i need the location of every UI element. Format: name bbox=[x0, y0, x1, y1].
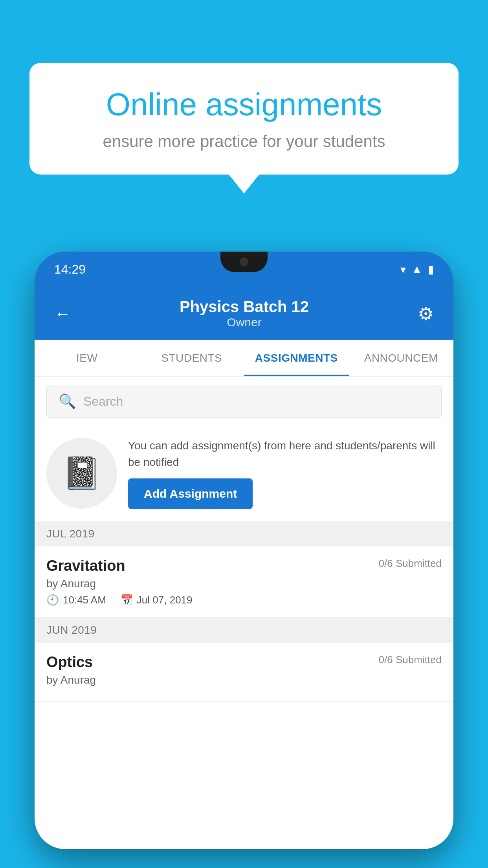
promo-description: You can add assignment(s) from here and … bbox=[128, 438, 442, 471]
promo-icon-circle: 📓 bbox=[46, 438, 117, 509]
back-button[interactable]: ← bbox=[54, 304, 71, 323]
assignment-by-optics: by Anurag bbox=[46, 674, 442, 686]
assignment-item-gravitation[interactable]: Gravitation 0/6 Submitted by Anurag 🕙 10… bbox=[35, 546, 453, 618]
tab-announcements[interactable]: ANNOUNCEM bbox=[349, 340, 454, 376]
status-time: 14:29 bbox=[54, 262, 86, 277]
promo-text-area: You can add assignment(s) from here and … bbox=[128, 438, 442, 509]
search-icon: 🔍 bbox=[59, 393, 76, 410]
header-subtitle: Owner bbox=[180, 316, 309, 329]
calendar-icon: 📅 bbox=[120, 594, 133, 606]
assignment-date-gravitation: 📅 Jul 07, 2019 bbox=[120, 594, 193, 606]
speech-bubble-subtitle: ensure more practice for your students bbox=[57, 132, 431, 151]
assignment-submitted-gravitation: 0/6 Submitted bbox=[379, 557, 442, 570]
speech-bubble: Online assignments ensure more practice … bbox=[29, 63, 459, 175]
add-assignment-button[interactable]: Add Assignment bbox=[128, 478, 253, 509]
assignment-by-gravitation: by Anurag bbox=[46, 577, 442, 590]
month-header-jun: JUN 2019 bbox=[35, 618, 453, 643]
tab-iew[interactable]: IEW bbox=[35, 340, 139, 376]
assignment-name-optics: Optics bbox=[46, 654, 93, 671]
month-header-jul: JUL 2019 bbox=[35, 521, 453, 546]
settings-icon[interactable]: ⚙ bbox=[418, 303, 434, 324]
assignment-time-gravitation: 🕙 10:45 AM bbox=[46, 594, 106, 606]
notebook-icon: 📓 bbox=[62, 455, 101, 492]
header-title-area: Physics Batch 12 Owner bbox=[180, 298, 309, 329]
assignment-meta-gravitation: 🕙 10:45 AM 📅 Jul 07, 2019 bbox=[46, 594, 442, 606]
app-header: ← Physics Batch 12 Owner ⚙ bbox=[35, 287, 453, 340]
search-placeholder: Search bbox=[83, 394, 123, 409]
tab-assignments[interactable]: ASSIGNMENTS bbox=[244, 340, 349, 376]
phone-frame: 14:29 ▾ ▲ ▮ ← Physics Batch 12 Owner ⚙ bbox=[35, 252, 453, 849]
assignment-time-value: 10:45 AM bbox=[63, 594, 106, 606]
assignment-name-gravitation: Gravitation bbox=[46, 557, 125, 574]
status-icons: ▾ ▲ ▮ bbox=[400, 263, 434, 276]
battery-icon: ▮ bbox=[428, 263, 434, 276]
phone-notch bbox=[220, 252, 268, 272]
assignment-top-row: Gravitation 0/6 Submitted bbox=[46, 557, 442, 574]
camera-dot bbox=[240, 257, 248, 266]
clock-icon: 🕙 bbox=[46, 594, 59, 606]
phone-container: 14:29 ▾ ▲ ▮ ← Physics Batch 12 Owner ⚙ bbox=[35, 252, 453, 868]
speech-bubble-title: Online assignments bbox=[57, 86, 431, 123]
status-bar: 14:29 ▾ ▲ ▮ bbox=[35, 252, 453, 287]
tabs-bar: IEW STUDENTS ASSIGNMENTS ANNOUNCEM bbox=[35, 340, 453, 377]
speech-bubble-container: Online assignments ensure more practice … bbox=[29, 63, 459, 175]
assignment-top-row-optics: Optics 0/6 Submitted bbox=[46, 654, 442, 671]
header-title: Physics Batch 12 bbox=[180, 298, 309, 316]
signal-icon: ▲ bbox=[411, 263, 422, 276]
search-bar[interactable]: 🔍 Search bbox=[46, 385, 442, 418]
phone-screen: ← Physics Batch 12 Owner ⚙ IEW STUDENTS … bbox=[35, 287, 453, 849]
promo-section: 📓 You can add assignment(s) from here an… bbox=[35, 426, 453, 521]
tab-students[interactable]: STUDENTS bbox=[139, 340, 244, 376]
assignment-item-optics[interactable]: Optics 0/6 Submitted by Anurag bbox=[35, 643, 453, 702]
search-bar-wrapper: 🔍 Search bbox=[35, 377, 453, 426]
wifi-icon: ▾ bbox=[400, 263, 406, 276]
assignment-date-value: Jul 07, 2019 bbox=[137, 594, 193, 606]
assignment-submitted-optics: 0/6 Submitted bbox=[379, 654, 442, 666]
